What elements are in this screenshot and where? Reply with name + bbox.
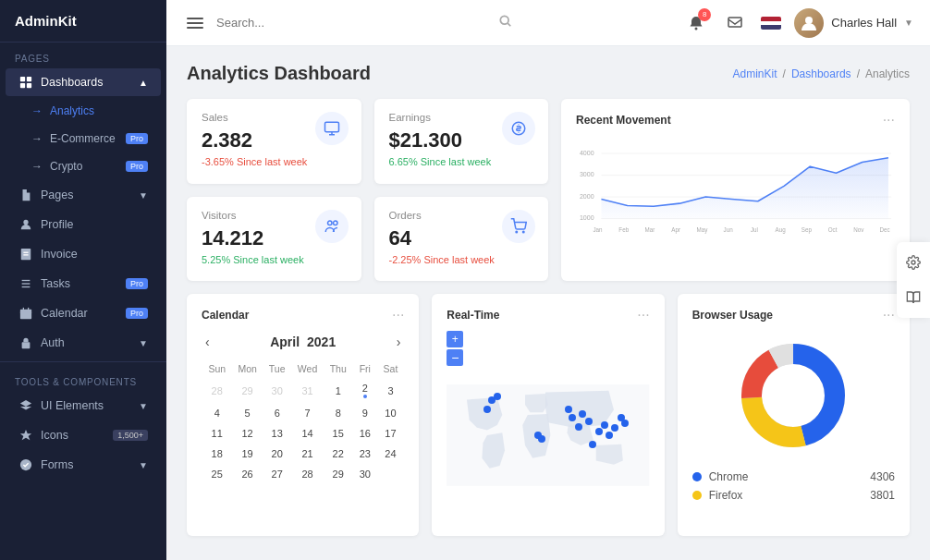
search-area — [216, 15, 512, 30]
calendar-day-cell[interactable]: 11 — [203, 424, 230, 443]
realtime-card: Real-Time ··· + − — [432, 294, 664, 536]
calendar-day-cell[interactable]: 30 — [264, 379, 290, 402]
sidebar-item-forms[interactable]: Forms ▼ — [6, 451, 161, 479]
calendar-day-cell[interactable]: 15 — [324, 424, 351, 443]
svg-text:Feb: Feb — [618, 226, 629, 233]
cart-icon — [502, 210, 535, 243]
realtime-more-button[interactable]: ··· — [637, 307, 649, 323]
svg-point-30 — [327, 221, 332, 225]
calendar-day-cell[interactable]: 12 — [232, 424, 262, 443]
calendar-day-cell[interactable]: 1 — [324, 379, 351, 402]
sidebar-item-label: Dashboards — [41, 76, 103, 89]
svg-rect-1 — [27, 77, 31, 81]
zoom-in-button[interactable]: + — [447, 331, 463, 347]
calendar-title: Calendar — [202, 309, 249, 322]
stat-card-change: 6.65% Since last week — [389, 156, 534, 167]
svg-text:Mar: Mar — [645, 226, 655, 233]
calendar-day-cell[interactable]: 16 — [353, 424, 377, 443]
settings-icon[interactable] — [900, 250, 926, 275]
calendar-icon — [18, 306, 33, 321]
svg-point-32 — [516, 231, 518, 233]
flag-icon[interactable] — [761, 17, 781, 30]
chevron-down-icon: ▼ — [139, 338, 148, 348]
calendar-day-cell[interactable]: 29 — [232, 379, 262, 402]
book-icon[interactable] — [900, 285, 926, 310]
calendar-week-row: 11121314151617 — [203, 424, 402, 443]
calendar-day-cell[interactable]: 28 — [292, 465, 324, 483]
map-dot — [611, 424, 618, 432]
calendar-day-cell[interactable]: 10 — [379, 404, 403, 422]
calendar-day-cell[interactable]: 31 — [292, 379, 324, 402]
prev-month-button[interactable]: ‹ — [202, 333, 214, 351]
star-icon — [18, 428, 33, 443]
sidebar-item-tasks[interactable]: Tasks Pro — [6, 270, 161, 298]
calendar-day-cell[interactable]: 20 — [264, 444, 290, 463]
svg-text:Jun: Jun — [724, 226, 734, 233]
user-avatar — [794, 8, 824, 38]
sidebar-item-calendar[interactable]: Calendar Pro — [6, 299, 161, 327]
sidebar-item-profile[interactable]: Profile — [6, 211, 161, 238]
calendar-day-cell[interactable]: 30 — [353, 465, 377, 483]
calendar-day-cell[interactable]: 25 — [203, 465, 230, 483]
map-dot — [565, 406, 572, 413]
calendar-nav: ‹ April 2021 › — [202, 333, 404, 351]
calendar-day-cell[interactable]: 19 — [232, 444, 262, 463]
sidebar-item-ui-elements[interactable]: UI Elements ▼ — [6, 392, 161, 420]
svg-point-21 — [695, 27, 698, 30]
calendar-day-cell[interactable]: 8 — [324, 404, 351, 422]
arrow-right-icon: → — [31, 132, 43, 145]
message-button[interactable] — [722, 10, 748, 36]
tools-section-title: Tools & Components — [0, 366, 166, 391]
calendar-day-cell[interactable]: 3 — [379, 379, 403, 402]
calendar-day-cell[interactable]: 13 — [264, 424, 290, 443]
stat-card-change: -3.65% Since last week — [202, 156, 347, 167]
calendar-day-cell[interactable]: 2 — [353, 379, 377, 402]
calendar-day-cell[interactable]: 26 — [232, 465, 262, 483]
breadcrumb-adminkit[interactable]: AdminKit — [733, 67, 777, 80]
chart-more-button[interactable]: ··· — [883, 112, 895, 128]
map-dot — [606, 432, 613, 439]
calendar-day-cell[interactable]: 27 — [264, 465, 290, 483]
notification-button[interactable]: 8 — [683, 10, 709, 36]
sidebar-item-dashboards[interactable]: Dashboards ▲ — [6, 68, 161, 96]
sidebar-item-ecommerce[interactable]: → E-Commerce Pro — [6, 126, 161, 152]
sidebar-item-icons[interactable]: Icons 1,500+ — [6, 421, 161, 449]
calendar-day-cell[interactable]: 28 — [203, 379, 230, 402]
calendar-day-cell[interactable]: 21 — [292, 444, 324, 463]
calendar-day-cell[interactable]: 18 — [203, 444, 230, 463]
user-menu[interactable]: Charles Hall ▼ — [794, 8, 913, 38]
sidebar-item-crypto[interactable]: → Crypto Pro — [6, 153, 161, 179]
svg-rect-0 — [20, 77, 25, 81]
calendar-day-cell[interactable]: 4 — [203, 404, 230, 422]
calendar-day-cell[interactable]: 22 — [324, 444, 351, 463]
calendar-day-cell[interactable]: 23 — [353, 444, 377, 463]
next-month-button[interactable]: › — [393, 333, 405, 351]
svg-point-33 — [523, 231, 525, 233]
zoom-out-button[interactable]: − — [447, 349, 463, 366]
chevron-down-icon: ▼ — [139, 190, 148, 201]
svg-text:Dec: Dec — [879, 226, 889, 233]
calendar-day-cell[interactable]: 24 — [379, 444, 403, 463]
sidebar-item-auth[interactable]: Auth ▼ — [6, 329, 161, 357]
map-dot — [575, 423, 582, 431]
calendar-day-cell[interactable]: 9 — [353, 404, 377, 422]
firefox-dot — [692, 491, 702, 500]
browser-more-button[interactable]: ··· — [883, 307, 895, 323]
search-input[interactable] — [216, 16, 492, 30]
breadcrumb-dashboards[interactable]: Dashboards — [791, 67, 851, 80]
calendar-day-cell[interactable]: 6 — [264, 404, 290, 422]
calendar-day-cell[interactable]: 14 — [292, 424, 324, 443]
sidebar-item-invoice[interactable]: Invoice — [6, 240, 161, 268]
calendar-day-cell[interactable]: 17 — [379, 424, 403, 443]
sidebar-item-analytics[interactable]: → Analytics — [6, 98, 161, 124]
calendar-more-button[interactable]: ··· — [392, 307, 404, 323]
calendar-day-cell[interactable]: 7 — [292, 404, 324, 422]
right-panel-icons — [897, 242, 930, 318]
pro-badge: Pro — [126, 161, 148, 172]
menu-button[interactable] — [183, 14, 207, 32]
stat-card-earnings: Earnings $21.300 6.65% Since last week — [374, 99, 549, 184]
count-badge: 1,500+ — [113, 430, 148, 441]
sidebar-item-pages[interactable]: Pages ▼ — [6, 181, 161, 209]
calendar-day-cell[interactable]: 29 — [324, 465, 351, 483]
calendar-day-cell[interactable]: 5 — [232, 404, 262, 422]
